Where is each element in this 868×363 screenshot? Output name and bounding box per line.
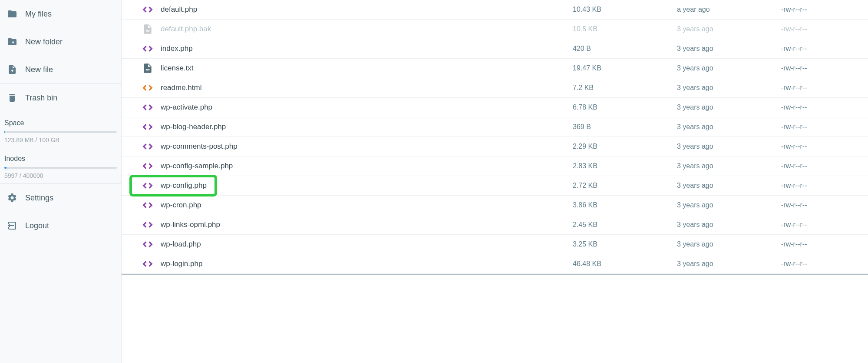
file-row[interactable]: wp-load.php3.25 KB3 years ago-rw-r--r-- (122, 235, 868, 254)
inodes-usage-bar (4, 167, 117, 169)
code-icon (135, 219, 161, 230)
file-permissions: -rw-r--r-- (781, 260, 868, 268)
new-folder-icon (7, 37, 17, 47)
file-icon (135, 23, 161, 35)
file-name: wp-config.php (161, 181, 573, 190)
file-size: 6.78 KB (573, 103, 677, 111)
sidebar-item-logout[interactable]: Logout (0, 212, 121, 240)
gear-icon (7, 193, 17, 203)
file-permissions: -rw-r--r-- (781, 201, 868, 209)
file-row[interactable]: wp-cron.php3.86 KB3 years ago-rw-r--r-- (122, 196, 868, 215)
file-modified: 3 years ago (677, 123, 781, 131)
file-modified: 3 years ago (677, 240, 781, 248)
code-icon (135, 258, 161, 270)
file-row[interactable]: wp-comments-post.php2.29 KB3 years ago-r… (122, 137, 868, 157)
sidebar-item-label: Trash bin (25, 93, 57, 103)
file-row[interactable]: wp-activate.php6.78 KB3 years ago-rw-r--… (122, 98, 868, 117)
file-size: 2.45 KB (573, 221, 677, 229)
folder-icon (7, 9, 17, 19)
space-stat: 123.89 MB / 100 GB (4, 137, 117, 143)
sidebar-item-trash[interactable]: Trash bin (0, 84, 121, 112)
file-name: wp-login.php (161, 260, 573, 268)
new-file-icon (7, 64, 17, 75)
code-icon (135, 121, 161, 133)
file-modified: 3 years ago (677, 221, 781, 229)
sidebar-item-settings[interactable]: Settings (0, 184, 121, 212)
file-modified: a year ago (677, 6, 781, 13)
file-name: wp-cron.php (161, 201, 573, 210)
file-modified: 3 years ago (677, 84, 781, 92)
file-modified: 3 years ago (677, 25, 781, 33)
file-permissions: -rw-r--r-- (781, 162, 868, 170)
file-row[interactable]: license.txt19.47 KB3 years ago-rw-r--r-- (122, 59, 868, 78)
file-row[interactable]: index.php420 B3 years ago-rw-r--r-- (122, 39, 868, 59)
file-permissions: -rw-r--r-- (781, 6, 868, 13)
sidebar-item-label: My files (25, 10, 52, 19)
file-permissions: -rw-r--r-- (781, 221, 868, 229)
file-row[interactable]: readme.html7.2 KB3 years ago-rw-r--r-- (122, 78, 868, 98)
file-row[interactable]: wp-login.php46.48 KB3 years ago-rw-r--r-… (122, 254, 868, 274)
file-permissions: -rw-r--r-- (781, 64, 868, 72)
file-icon (135, 63, 161, 74)
file-modified: 3 years ago (677, 143, 781, 150)
sidebar-item-label: Logout (25, 221, 49, 230)
file-permissions: -rw-r--r-- (781, 103, 868, 111)
file-permissions: -rw-r--r-- (781, 123, 868, 131)
file-row[interactable]: wp-blog-header.php369 B3 years ago-rw-r-… (122, 117, 868, 137)
file-row[interactable]: wp-links-opml.php2.45 KB3 years ago-rw-r… (122, 215, 868, 235)
file-name: default.php.bak (161, 25, 573, 33)
file-row[interactable]: default.php10.43 KBa year ago-rw-r--r-- (122, 0, 868, 20)
space-label: Space (4, 119, 117, 127)
file-size: 46.48 KB (573, 260, 677, 268)
file-row[interactable]: wp-config-sample.php2.83 KB3 years ago-r… (122, 157, 868, 176)
inodes-label: Inodes (4, 155, 117, 163)
file-modified: 3 years ago (677, 103, 781, 111)
file-permissions: -rw-r--r-- (781, 84, 868, 92)
logout-icon (7, 220, 17, 231)
file-permissions: -rw-r--r-- (781, 182, 868, 190)
file-name: wp-load.php (161, 240, 573, 249)
code-icon (135, 102, 161, 113)
file-row[interactable]: default.php.bak10.5 KB3 years ago-rw-r--… (122, 20, 868, 39)
file-name: license.txt (161, 64, 573, 73)
file-name: wp-config-sample.php (161, 162, 573, 170)
file-permissions: -rw-r--r-- (781, 45, 868, 53)
file-size: 2.29 KB (573, 143, 677, 150)
space-section: Space 123.89 MB / 100 GB (0, 112, 121, 148)
file-modified: 3 years ago (677, 201, 781, 209)
file-size: 7.2 KB (573, 84, 677, 92)
file-name: wp-comments-post.php (161, 142, 573, 151)
sidebar-item-new-folder[interactable]: New folder (0, 28, 121, 56)
trash-icon (7, 93, 17, 103)
sidebar-item-label: Settings (25, 193, 53, 203)
space-usage-bar (4, 131, 117, 133)
sidebar-item-my-files[interactable]: My files (0, 0, 121, 28)
file-size: 369 B (573, 123, 677, 131)
file-size: 2.83 KB (573, 162, 677, 170)
file-size: 10.43 KB (573, 6, 677, 13)
file-modified: 3 years ago (677, 45, 781, 53)
file-permissions: -rw-r--r-- (781, 143, 868, 150)
inodes-stat: 5997 / 400000 (4, 172, 117, 179)
sidebar-item-new-file[interactable]: New file (0, 56, 121, 83)
file-name: wp-links-opml.php (161, 220, 573, 229)
code-icon (135, 141, 161, 152)
file-size: 3.25 KB (573, 240, 677, 248)
file-name: default.php (161, 5, 573, 14)
code-icon (135, 200, 161, 211)
file-name: wp-blog-header.php (161, 123, 573, 131)
file-list: default.php10.43 KBa year ago-rw-r--r--d… (122, 0, 868, 363)
file-name: readme.html (161, 83, 573, 92)
code-icon (135, 4, 161, 15)
file-modified: 3 years ago (677, 64, 781, 72)
code-icon (135, 43, 161, 54)
file-size: 2.72 KB (573, 182, 677, 190)
sidebar-item-label: New file (25, 65, 53, 74)
sidebar-item-label: New folder (25, 37, 63, 47)
file-size: 10.5 KB (573, 25, 677, 33)
code-icon (135, 239, 161, 250)
inodes-section: Inodes 5997 / 400000 (0, 148, 121, 183)
file-size: 19.47 KB (573, 64, 677, 72)
file-row[interactable]: wp-config.php2.72 KB3 years ago-rw-r--r-… (122, 176, 868, 196)
file-size: 420 B (573, 45, 677, 53)
